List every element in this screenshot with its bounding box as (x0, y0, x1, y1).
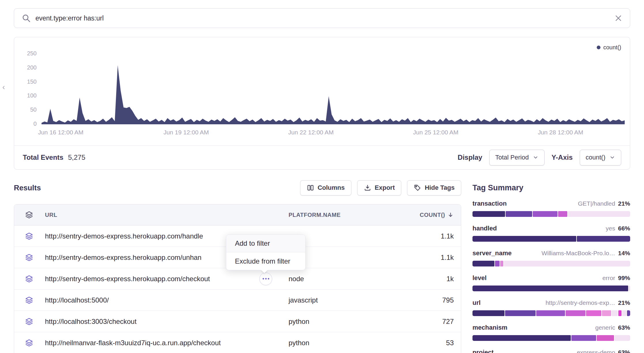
search-bar[interactable]: event.type:error has:url (14, 8, 630, 28)
panel-collapse-icon[interactable]: ‹ (2, 83, 5, 91)
table-row[interactable]: http://neilmanvar-flask-m3uuizd7iq-uc.a.… (14, 332, 461, 353)
tag-distribution-bar[interactable] (472, 286, 630, 291)
tag-bar-segment[interactable] (472, 286, 628, 291)
y-tick-label: 0 (14, 121, 37, 127)
display-select[interactable]: Total Period (489, 150, 545, 166)
stack-icon[interactable] (14, 317, 44, 326)
tag-name[interactable]: transaction (472, 200, 507, 207)
cell-platform[interactable]: node (285, 275, 418, 283)
tag-bar-segment[interactable] (472, 211, 505, 217)
tag-bar-segment[interactable] (533, 211, 558, 217)
tag-bar-segment[interactable] (597, 335, 614, 341)
cell-actions-button[interactable] (259, 273, 272, 285)
tag-bar-segment[interactable] (472, 310, 504, 316)
cell-url[interactable]: http://neilmanvar-flask-m3uuizd7iq-uc.a.… (44, 339, 285, 347)
cell-count[interactable]: 795 (418, 296, 462, 304)
yaxis-select[interactable]: count() (580, 150, 621, 166)
column-header-url[interactable]: URL (44, 212, 285, 218)
tag-name[interactable]: handled (472, 225, 497, 232)
tag-bar-segment[interactable] (622, 310, 627, 316)
chart-panel: count() 250200150100500 Jun 16 12:00 AMJ… (14, 37, 630, 170)
search-query[interactable]: event.type:error has:url (35, 14, 610, 22)
chart-series[interactable] (42, 54, 625, 124)
tag-summary-panel: Tag Summary transactionGET|/handled21%ha… (472, 183, 630, 353)
tag-summary-title: Tag Summary (472, 183, 630, 192)
cell-count[interactable]: 53 (418, 339, 462, 347)
cell-platform[interactable]: python (285, 318, 418, 326)
stack-icon[interactable] (14, 253, 44, 262)
tag-distribution-bar[interactable] (472, 310, 630, 316)
tag-bar-segment[interactable] (472, 236, 576, 242)
column-header-platform[interactable]: PLATFORM.NAME (285, 212, 418, 218)
yaxis-select-value: count() (586, 154, 605, 161)
tag-bar-segment[interactable] (495, 261, 500, 266)
tag-top-percentage: 66% (618, 225, 630, 232)
tag-summary-item: levelerror99% (472, 274, 630, 291)
clear-search-icon[interactable] (614, 14, 622, 22)
tag-top-value: express-demo (577, 349, 615, 353)
hide-tags-button[interactable]: Hide Tags (407, 180, 461, 196)
context-menu-item[interactable]: Add to filter (226, 235, 305, 252)
tag-bar-segment[interactable] (571, 335, 596, 341)
tag-bar-segment[interactable] (558, 211, 567, 217)
tag-bar-segment[interactable] (500, 261, 503, 266)
tag-bar-segment[interactable] (586, 310, 601, 316)
download-icon (364, 184, 371, 191)
tag-name[interactable]: server_name (472, 249, 512, 257)
table-row[interactable]: http://sentry-demos-express.herokuapp.co… (14, 268, 461, 290)
table-row[interactable]: http://localhost:3003/checkoutpython727 (14, 311, 461, 332)
tag-bar-segment[interactable] (504, 261, 630, 266)
results-title: Results (14, 183, 41, 192)
stack-icon[interactable] (14, 275, 44, 283)
cell-url[interactable]: http://sentry-demos-express.herokuapp.co… (44, 275, 285, 283)
tag-distribution-bar[interactable] (472, 211, 630, 217)
table-row[interactable]: http://localhost:5000/javascript795 (14, 290, 461, 311)
cell-count[interactable]: 1.1k (418, 232, 462, 240)
tag-top-value: Williams-MacBook-Pro.lo… (541, 250, 615, 257)
column-header-count[interactable]: COUNT() (418, 212, 462, 218)
tag-bar-segment[interactable] (612, 310, 618, 316)
x-tick-label: Jun 25 12:00 AM (413, 129, 459, 136)
context-menu-item[interactable]: Exclude from filter (226, 252, 305, 270)
tag-bar-segment[interactable] (472, 335, 571, 341)
cell-platform[interactable]: javascript (285, 296, 418, 304)
tag-name[interactable]: project (472, 349, 494, 353)
cell-url[interactable]: http://localhost:3003/checkout (44, 318, 285, 326)
tag-bar-segment[interactable] (536, 310, 565, 316)
stack-icon[interactable] (14, 232, 44, 241)
table-header-row: URL PLATFORM.NAME COUNT() (14, 204, 461, 226)
columns-button[interactable]: Columns (300, 180, 351, 196)
tag-bar-segment[interactable] (615, 335, 630, 341)
total-events-value: 5,275 (68, 153, 85, 162)
tag-bar-segment[interactable] (505, 310, 536, 316)
context-menu: Add to filterExclude from filter (226, 234, 306, 270)
cell-count[interactable]: 1.1k (418, 254, 462, 262)
tag-bar-segment[interactable] (472, 261, 494, 266)
tag-distribution-bar[interactable] (472, 335, 630, 341)
tag-bar-segment[interactable] (618, 310, 622, 316)
chart-legend[interactable]: count() (597, 44, 621, 51)
tag-name[interactable]: mechanism (472, 324, 507, 331)
cell-platform[interactable]: python (285, 339, 418, 347)
tag-bar-segment[interactable] (568, 211, 630, 217)
tag-name[interactable]: url (472, 299, 481, 307)
y-tick-label: 150 (14, 78, 37, 85)
tag-name[interactable]: level (472, 274, 487, 282)
tag-bar-segment[interactable] (627, 310, 630, 316)
x-tick-label: Jun 22 12:00 AM (288, 129, 334, 136)
tag-bar-segment[interactable] (506, 211, 532, 217)
cell-count[interactable]: 727 (418, 318, 462, 326)
cell-count[interactable]: 1k (418, 275, 462, 283)
stack-column-header-icon[interactable] (14, 211, 44, 219)
tag-top-value: generic (595, 324, 615, 331)
stack-icon[interactable] (14, 339, 44, 347)
cell-url[interactable]: http://localhost:5000/ (44, 296, 285, 304)
stack-icon[interactable] (14, 296, 44, 305)
tag-bar-segment[interactable] (577, 236, 630, 242)
tag-distribution-bar[interactable] (472, 261, 630, 266)
tag-bar-segment[interactable] (602, 310, 611, 316)
tag-bar-segment[interactable] (629, 286, 630, 291)
export-button[interactable]: Export (357, 180, 402, 196)
tag-distribution-bar[interactable] (472, 236, 630, 242)
tag-bar-segment[interactable] (566, 310, 585, 316)
